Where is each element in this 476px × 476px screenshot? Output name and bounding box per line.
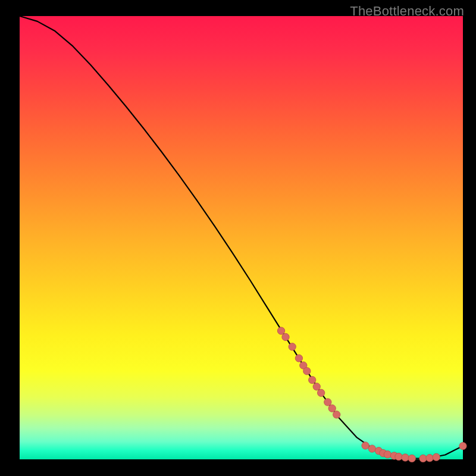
marker-dot bbox=[362, 442, 369, 449]
chart-stage: TheBottleneck.com bbox=[0, 0, 476, 476]
marker-dot bbox=[303, 368, 311, 375]
marker-group bbox=[277, 327, 466, 462]
marker-dot bbox=[277, 327, 284, 334]
marker-dot bbox=[402, 454, 409, 461]
marker-dot bbox=[309, 376, 316, 383]
marker-dot bbox=[313, 383, 320, 390]
marker-dot bbox=[289, 343, 296, 350]
marker-dot bbox=[419, 455, 427, 462]
marker-dot bbox=[433, 453, 440, 461]
marker-dot bbox=[426, 455, 433, 462]
bottleneck-curve bbox=[20, 16, 463, 459]
marker-dot bbox=[328, 405, 336, 412]
marker-dot bbox=[333, 411, 340, 418]
marker-dot bbox=[317, 389, 324, 396]
marker-dot bbox=[395, 453, 402, 460]
marker-dot bbox=[459, 442, 466, 449]
marker-dot bbox=[282, 333, 289, 340]
gradient-plot-area bbox=[20, 16, 463, 459]
chart-svg bbox=[20, 16, 463, 459]
marker-dot bbox=[368, 445, 375, 452]
marker-dot bbox=[324, 399, 331, 406]
marker-dot bbox=[384, 451, 391, 458]
marker-dot bbox=[295, 355, 302, 362]
marker-dot bbox=[408, 455, 415, 462]
